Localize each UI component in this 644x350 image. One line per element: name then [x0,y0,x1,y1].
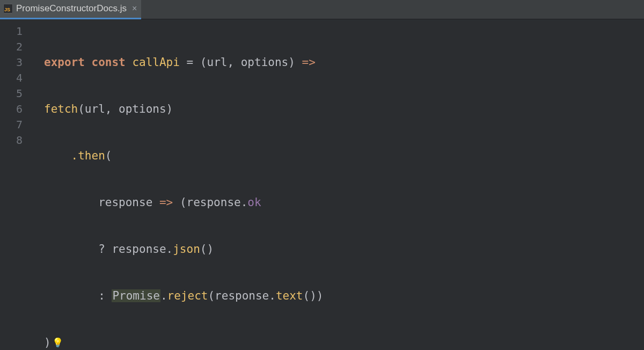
close-icon[interactable]: × [132,4,137,13]
tab-bar: JS PromiseConstructorDocs.js × [0,0,644,19]
line-number: 5 [0,86,23,101]
file-tab[interactable]: JS PromiseConstructorDocs.js × [0,0,141,19]
code-content[interactable]: export const callApi = (url, options) =>… [28,19,323,350]
line-number: 6 [0,101,23,117]
line-number: 8 [0,133,23,148]
line-number: 4 [0,70,23,86]
line-number: 7 [0,117,23,133]
line-number: 2 [0,39,23,55]
tab-filename: PromiseConstructorDocs.js [16,3,127,14]
editor[interactable]: 1 2 3 4 5 6 7 8 export const callApi = (… [0,19,644,350]
line-number: 1 [0,24,23,39]
js-file-icon: JS [3,4,13,13]
line-number: 3 [0,55,23,70]
gutter: 1 2 3 4 5 6 7 8 [0,19,28,350]
intention-bulb-icon[interactable]: 💡 [52,335,63,350]
